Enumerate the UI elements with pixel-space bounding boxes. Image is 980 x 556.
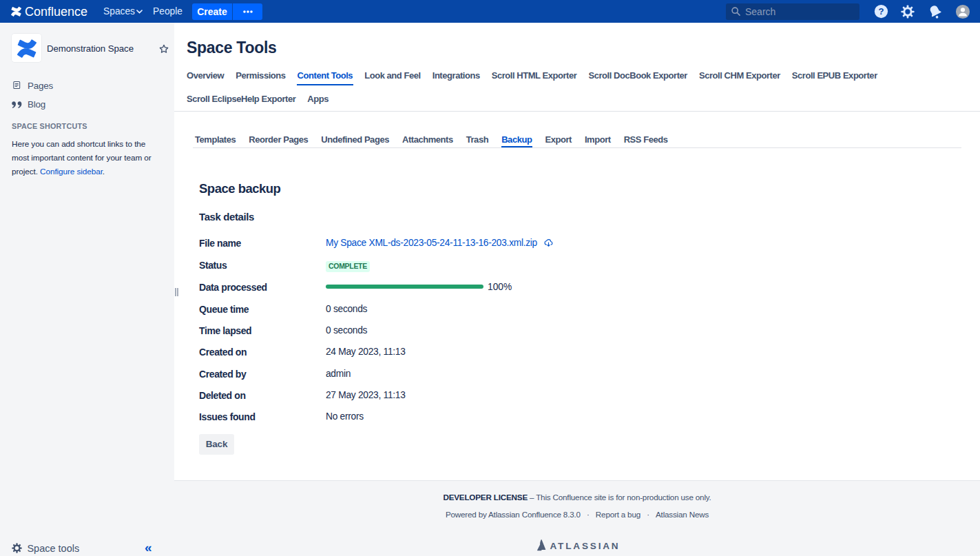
svg-text:ATLASSIAN: ATLASSIAN [550,541,621,551]
svg-text:?: ? [878,6,884,17]
